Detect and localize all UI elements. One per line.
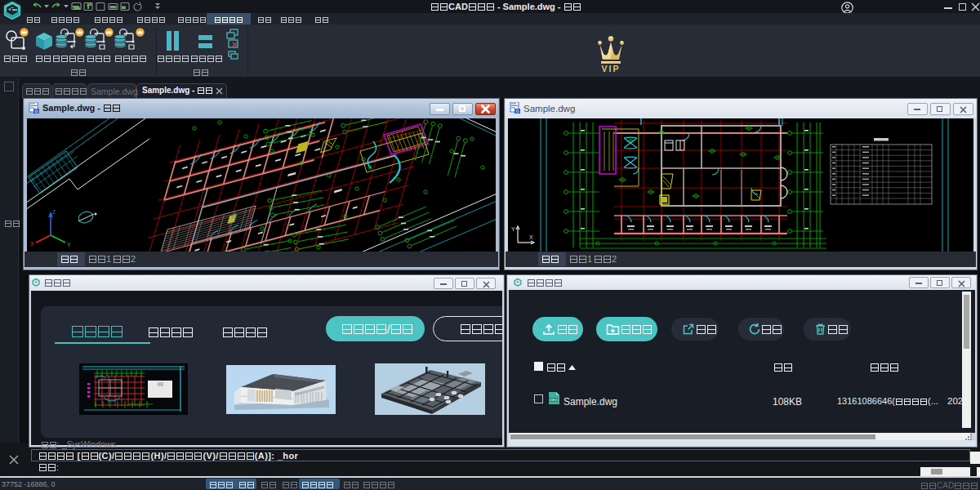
- svg-text:Y: Y: [511, 226, 515, 232]
- svg-text:G: G: [516, 109, 519, 114]
- svg-text:G: G: [35, 109, 38, 114]
- svg-text:Z: Z: [52, 209, 56, 215]
- svg-text:X: X: [529, 234, 533, 240]
- svg-text:DWG: DWG: [550, 399, 557, 402]
- svg-text:VIP: VIP: [602, 64, 621, 74]
- svg-text:X: X: [30, 241, 34, 247]
- svg-text:Y: Y: [67, 242, 71, 247]
